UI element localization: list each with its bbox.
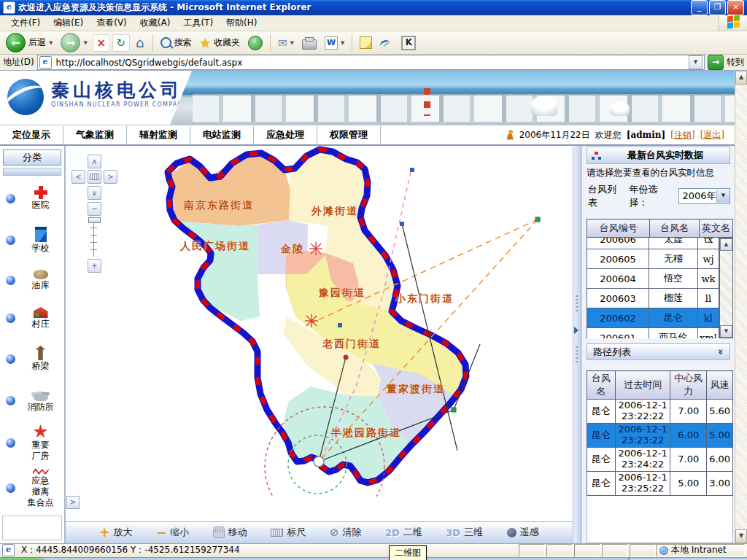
panel-splitter[interactable] xyxy=(573,146,581,543)
notes-button[interactable] xyxy=(357,35,375,50)
status-pane xyxy=(602,544,628,557)
forward-dropdown-icon[interactable]: ▼ xyxy=(83,40,87,46)
typhoon-row[interactable]: 200601 西马伦 xml xyxy=(587,328,719,339)
back-button[interactable]: ← 后退 ▼ xyxy=(3,31,55,54)
mail-dropdown-icon[interactable]: ▼ xyxy=(290,40,294,46)
note-icon xyxy=(360,36,372,49)
menu-file[interactable]: 文件(F) xyxy=(4,15,47,31)
go-button-icon[interactable]: → xyxy=(708,55,724,70)
home-button[interactable]: ⌂ xyxy=(132,35,148,51)
kaspersky-button[interactable]: K xyxy=(398,34,419,52)
address-input[interactable] xyxy=(55,57,689,69)
pan-left-button[interactable]: < xyxy=(71,170,85,184)
expand-chevron-icon[interactable]: » xyxy=(715,349,726,354)
stop-button[interactable]: × xyxy=(93,34,110,52)
map-2d-tool[interactable]: 2D二维 xyxy=(385,526,422,539)
messenger-button[interactable] xyxy=(377,36,396,50)
scroll-down-icon[interactable]: ▼ xyxy=(720,325,732,338)
tab-emergency-handling[interactable]: 应急处理 xyxy=(254,126,317,144)
path-list-bar[interactable]: 路径列表 » xyxy=(587,343,730,360)
typhoon-row-selected[interactable]: 200602 昆仑 kl xyxy=(587,308,719,328)
zoom-in-icon: + xyxy=(99,525,109,540)
minimize-button[interactable]: _ xyxy=(691,0,708,15)
close-button[interactable]: × xyxy=(727,0,744,15)
map-canvas[interactable]: 南京东路街道 外滩街道 人民广场街道 金陵 豫园街道 小东门街道 老西门街道 董… xyxy=(66,146,573,521)
typhoon-row[interactable]: 200606 太虚 tx xyxy=(587,238,719,249)
forward-button[interactable]: → ▼ xyxy=(58,31,90,54)
map-3d-tool[interactable]: 3D三维 xyxy=(446,526,483,539)
exit-link[interactable]: [退出] xyxy=(700,129,724,141)
tab-radiation-monitor[interactable]: 辐射监测 xyxy=(127,126,190,144)
zoom-slider-thumb[interactable] xyxy=(88,217,101,223)
menu-edit[interactable]: 编辑(E) xyxy=(47,15,90,31)
pan-tool[interactable]: 移动 xyxy=(213,526,247,539)
clear-tool[interactable]: ⊘清除 xyxy=(330,526,362,539)
typhoon-row[interactable]: 200604 悟空 wk xyxy=(587,269,719,289)
zoom-slider[interactable] xyxy=(90,217,97,257)
company-logo-icon xyxy=(7,79,44,115)
scroll-down-icon[interactable]: ▼ xyxy=(735,529,747,543)
sidebar-item-key-plant[interactable]: 重要 厂房 xyxy=(0,421,64,465)
zoom-in-tool[interactable]: +放大 xyxy=(99,525,132,540)
address-bar: 地址(D) e ▼ → 转到 xyxy=(0,55,747,71)
pan-right-button[interactable]: > xyxy=(104,170,117,184)
go-label[interactable]: 转到 xyxy=(727,56,744,69)
logout-link[interactable]: [注销] xyxy=(670,129,694,141)
edit-with-word-button[interactable]: W ▼ xyxy=(322,35,347,51)
year-dropdown-icon[interactable]: ▼ xyxy=(716,190,729,203)
pan-down-button[interactable]: ∨ xyxy=(88,186,101,200)
expand-sidebar-button[interactable]: > xyxy=(66,496,80,509)
table-scrollbar[interactable]: ▲ ▼ xyxy=(719,238,733,338)
tab-weather-monitor[interactable]: 气象监测 xyxy=(63,126,127,144)
word-dropdown-icon[interactable]: ▼ xyxy=(341,40,344,46)
district-label: 人民广场街道 xyxy=(180,240,250,253)
mail-button[interactable]: ✉ ▼ xyxy=(275,35,297,51)
browser-scrollbar[interactable]: ▲ ▼ xyxy=(735,71,747,543)
bullet-sphere-icon xyxy=(6,236,15,245)
start-button[interactable]: 开始 xyxy=(0,558,47,560)
menu-help[interactable]: 帮助(H) xyxy=(220,15,263,31)
sidebar-item-bridge[interactable]: 桥梁 xyxy=(0,338,64,380)
scroll-up-icon[interactable]: ▲ xyxy=(720,238,732,251)
history-button[interactable] xyxy=(245,34,266,52)
track-row[interactable]: 昆仑 2006-12-1 23:25:22 5.00 3.00 xyxy=(587,471,733,495)
tab-location-display[interactable]: 定位显示 xyxy=(0,126,63,144)
zoom-out-tool[interactable]: −缩小 xyxy=(156,525,189,540)
track-row[interactable]: 昆仑 2006-12-1 23:24:22 7.00 6.00 xyxy=(587,447,733,471)
sidebar-item-school[interactable]: 学校 xyxy=(0,219,64,262)
track-row[interactable]: 昆仑 2006-12-1 23:22:22 7.00 5.60 xyxy=(587,400,733,424)
tab-permission-mgmt[interactable]: 权限管理 xyxy=(317,126,381,144)
sidebar-item-oil-depot[interactable]: 油库 xyxy=(0,262,64,299)
tab-plant-monitor[interactable]: 电站监测 xyxy=(190,126,254,144)
year-select[interactable]: 2006年 ▼ xyxy=(678,188,730,204)
refresh-button[interactable]: ↻ xyxy=(112,34,130,52)
ruler-button[interactable] xyxy=(88,170,101,184)
typhoon-panel: 最新台风实时数据 请选择您要查看的台风实时信息 台风列表 年份选择： 2006年… xyxy=(581,146,735,543)
pan-up-button[interactable]: ∧ xyxy=(88,155,101,168)
village-icon xyxy=(34,307,48,318)
address-dropdown-button[interactable]: ▼ xyxy=(689,55,703,69)
print-button[interactable] xyxy=(299,35,320,51)
ruler-tool[interactable]: 标尺 xyxy=(271,526,306,539)
menu-tools[interactable]: 工具(T) xyxy=(177,15,220,31)
typhoon-row[interactable]: 200605 无稽 wj xyxy=(587,249,719,269)
zoom-in-small-button[interactable]: + xyxy=(88,259,101,273)
sidebar-item-evac-point[interactable]: 应急 撤离 集合点 xyxy=(0,465,64,511)
remote-sensing-tool[interactable]: 遥感 xyxy=(507,526,539,539)
search-button[interactable]: 搜索 xyxy=(158,35,195,50)
zoom-out-small-button[interactable]: − xyxy=(88,202,101,216)
restore-button[interactable]: ❐ xyxy=(709,0,726,15)
sidebar-item-hospital[interactable]: 医院 xyxy=(0,178,64,219)
sidebar-item-village[interactable]: 村庄 xyxy=(0,299,64,338)
back-dropdown-icon[interactable]: ▼ xyxy=(49,40,53,46)
track-row-selected[interactable]: 昆仑 2006-12-1 23:23:22 6.00 5.00 xyxy=(587,423,733,447)
district-label: 南京东路街道 xyxy=(184,199,254,212)
collapse-arrow-icon[interactable] xyxy=(574,327,578,334)
k-icon: K xyxy=(401,36,416,50)
menu-favorites[interactable]: 收藏(A) xyxy=(133,15,177,31)
scroll-up-icon[interactable]: ▲ xyxy=(735,71,747,85)
typhoon-row[interactable]: 200603 榴莲 ll xyxy=(587,289,719,308)
menu-view[interactable]: 查看(V) xyxy=(90,15,133,31)
favorites-button[interactable]: ★ 收藏夹 xyxy=(197,34,243,52)
sidebar-item-fire-station[interactable]: 消防所 xyxy=(0,380,64,421)
